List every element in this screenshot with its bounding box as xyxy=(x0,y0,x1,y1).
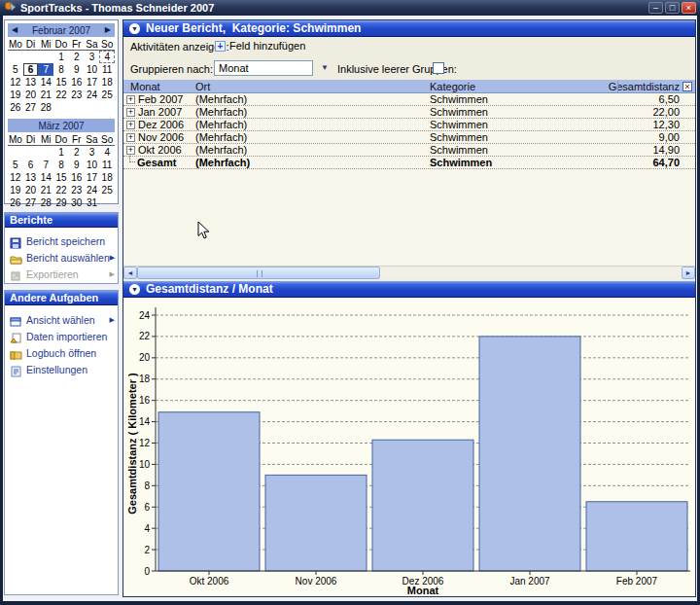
calendar-day[interactable]: 25 xyxy=(99,89,115,101)
table-row[interactable]: +Jan 2007(Mehrfach)Schwimmen22,00 xyxy=(123,106,695,119)
calendar-day[interactable]: 5 xyxy=(8,159,23,171)
expand-icon[interactable]: + xyxy=(126,121,135,129)
calendar-day[interactable]: 7 xyxy=(38,159,53,171)
calendar-day[interactable]: 11 xyxy=(99,63,115,76)
table-header[interactable]: Monat Ort Kategorie Gesamtdistanz xyxy=(123,80,695,93)
calendar-day[interactable]: 4 xyxy=(99,51,115,63)
calendar-day[interactable]: 16 xyxy=(69,76,85,89)
column-header-kategorie[interactable]: Kategorie xyxy=(430,81,475,92)
sidebar-item-daten-importieren[interactable]: Daten importieren xyxy=(10,329,115,343)
calendar-day[interactable]: 13 xyxy=(23,76,39,89)
calendar-day[interactable]: 15 xyxy=(53,171,69,184)
calendar-day[interactable]: 4 xyxy=(99,146,115,159)
sidebar-item-bericht-auswaehlen[interactable]: Bericht auswählen ▶ xyxy=(10,250,115,265)
include-empty-checkbox[interactable] xyxy=(433,62,444,74)
calendar-day[interactable]: 22 xyxy=(53,89,69,101)
close-button[interactable]: × xyxy=(682,2,696,14)
add-field-button[interactable]: + Feld hinzufügen xyxy=(215,39,305,53)
calendar-day[interactable]: 9 xyxy=(69,159,85,171)
calendar-day[interactable]: 19 xyxy=(8,89,23,101)
scroll-left-icon[interactable]: ◄ xyxy=(123,267,137,279)
sidebar-item-ansicht-waehlen[interactable]: Ansicht wählen ▶ xyxy=(10,312,115,327)
calendar-day[interactable]: 23 xyxy=(69,89,85,101)
cell-kategorie: Schwimmen xyxy=(430,157,492,168)
calendar-day[interactable]: 28 xyxy=(38,196,53,209)
table-row[interactable]: +Dez 2006(Mehrfach)Schwimmen12,30 xyxy=(123,119,695,131)
minimize-button[interactable]: – xyxy=(648,2,663,14)
calendar-day[interactable]: 10 xyxy=(85,159,100,171)
calendar-day[interactable]: 17 xyxy=(85,171,100,184)
calendar-day[interactable]: 31 xyxy=(85,196,100,209)
calendar-day[interactable]: 18 xyxy=(99,171,115,184)
calendar-day[interactable]: 3 xyxy=(85,51,100,63)
column-header-ort[interactable]: Ort xyxy=(195,81,210,92)
calendar-day[interactable]: 24 xyxy=(85,89,100,101)
calendar-day[interactable]: 26 xyxy=(8,196,23,209)
sidebar-item-exportieren[interactable]: Exportieren ▶ xyxy=(10,267,115,281)
scroll-right-icon[interactable]: ► xyxy=(682,267,695,279)
calendar-day[interactable]: 15 xyxy=(53,76,69,89)
calendar-day[interactable]: 6 xyxy=(23,63,39,76)
horizontal-scrollbar[interactable]: ◄ ► xyxy=(123,266,695,279)
calendar-day[interactable]: 25 xyxy=(99,184,115,196)
calendar-day[interactable]: 22 xyxy=(53,184,69,196)
expand-icon[interactable]: + xyxy=(126,108,135,117)
group-by-select[interactable]: Monat xyxy=(214,60,313,76)
calendar-day[interactable]: 21 xyxy=(38,184,53,196)
calendar-day[interactable]: 6 xyxy=(23,159,39,171)
column-header-gesamtdistanz[interactable]: Gesamtdistanz xyxy=(609,81,680,92)
calendar-day[interactable]: 18 xyxy=(99,76,115,89)
calendar-day[interactable]: 19 xyxy=(8,184,23,196)
calendar-day[interactable]: 12 xyxy=(8,171,23,184)
calendar-day[interactable]: 21 xyxy=(38,89,53,101)
calendar-day[interactable]: 8 xyxy=(53,63,69,76)
scrollbar-thumb[interactable] xyxy=(137,267,380,279)
prev-month-icon[interactable]: ◀ xyxy=(12,25,18,34)
calendar-day[interactable]: 11 xyxy=(99,159,115,171)
calendar-day[interactable]: 27 xyxy=(23,101,39,114)
calendar-day[interactable]: 23 xyxy=(69,184,85,196)
column-options-icon[interactable] xyxy=(682,82,692,91)
calendar-day[interactable]: 24 xyxy=(85,184,100,196)
calendar-day[interactable]: 14 xyxy=(38,76,53,89)
table-row[interactable]: +Feb 2007(Mehrfach)Schwimmen6,50 xyxy=(123,93,695,106)
calendar-day[interactable]: 14 xyxy=(38,171,53,184)
calendar-day[interactable]: 20 xyxy=(23,184,39,196)
calendar-day[interactable]: 20 xyxy=(23,89,39,101)
calendar-day[interactable]: 26 xyxy=(8,101,23,114)
calendar-day[interactable]: 10 xyxy=(85,63,100,76)
collapse-report-icon[interactable]: ▼ xyxy=(129,23,140,34)
expand-icon[interactable]: + xyxy=(126,95,135,104)
calendar-day[interactable]: 2 xyxy=(69,146,85,159)
dropdown-icon[interactable]: ▼ xyxy=(321,63,329,72)
calendar-day[interactable]: 5 xyxy=(8,63,23,76)
expand-icon[interactable]: + xyxy=(126,146,135,155)
calendar-day[interactable]: 28 xyxy=(38,101,53,114)
calendar-day[interactable]: 12 xyxy=(8,76,23,89)
calendar-day[interactable]: 1 xyxy=(53,146,69,159)
calendar-day[interactable]: 13 xyxy=(23,171,39,184)
titlebar[interactable]: SportTracks - Thomas Schneider 2007 – □ … xyxy=(0,0,700,16)
table-row[interactable]: +Nov 2006(Mehrfach)Schwimmen9,00 xyxy=(123,131,695,144)
collapse-chart-icon[interactable]: ▼ xyxy=(129,284,140,295)
sidebar-item-einstellungen[interactable]: Einstellungen xyxy=(10,362,115,376)
calendar-day[interactable]: 3 xyxy=(85,146,100,159)
calendar-day[interactable]: 1 xyxy=(53,51,69,63)
sidebar-item-logbuch-oeffnen[interactable]: Logbuch öffnen xyxy=(10,345,115,360)
calendar-day[interactable]: 8 xyxy=(53,159,69,171)
calendar-day[interactable]: 29 xyxy=(53,196,69,209)
calendar-day[interactable]: 7 xyxy=(38,63,53,76)
table-row[interactable]: +Okt 2006(Mehrfach)Schwimmen14,90 xyxy=(123,144,695,157)
sidebar-item-bericht-speichern[interactable]: Bericht speichern xyxy=(10,233,115,248)
expand-icon[interactable]: + xyxy=(126,133,135,142)
calendar-day[interactable]: 30 xyxy=(69,196,85,209)
calendar-day[interactable]: 2 xyxy=(69,51,85,63)
column-header-monat[interactable]: Monat xyxy=(130,81,160,92)
calendar-day[interactable]: 16 xyxy=(69,171,85,184)
next-month-icon[interactable]: ▶ xyxy=(105,25,111,34)
calendar-day[interactable]: 17 xyxy=(85,76,100,89)
table-total-row[interactable]: Gesamt(Mehrfach)Schwimmen64,70 xyxy=(123,157,695,169)
calendar-day[interactable]: 27 xyxy=(23,196,39,209)
calendar-day[interactable]: 9 xyxy=(69,63,85,76)
maximize-button[interactable]: □ xyxy=(665,2,680,14)
